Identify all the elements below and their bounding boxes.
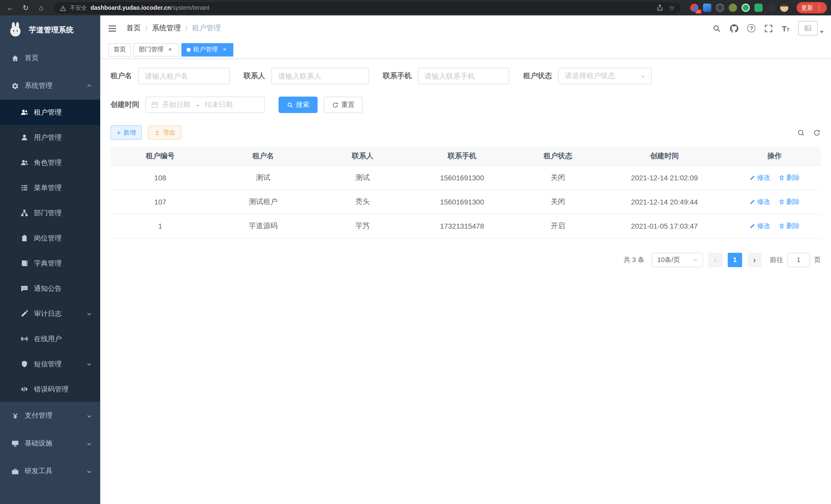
github-icon[interactable] [730,24,739,33]
page-number-1[interactable]: 1 [728,253,742,267]
extension-icon-7[interactable] [767,4,775,12]
extension-icon-6[interactable] [754,4,763,12]
extension-icon-4[interactable] [729,4,737,12]
sidebar-item-label: 角色管理 [34,158,62,167]
delete-link[interactable]: 删除 [779,173,800,182]
delete-link[interactable]: 删除 [779,197,800,206]
security-warning-icon[interactable] [60,4,66,11]
sidebar-item-role[interactable]: 角色管理 [0,150,100,175]
export-button[interactable]: 导出 [148,125,181,140]
breadcrumb-system[interactable]: 系统管理 [152,24,181,33]
extension-icon-1[interactable]: 10 [690,4,698,12]
phone-input[interactable] [418,72,509,80]
sidebar-item-payment[interactable]: ¥ 支付管理 [0,402,100,429]
app-logo[interactable]: 芋道管理系统 [0,16,100,44]
url-path: /system/tenant [171,5,209,11]
delete-link[interactable]: 删除 [779,221,800,230]
total-count: 共 3 条 [624,255,644,264]
reset-button[interactable]: 重置 [324,97,363,113]
chrome-update-button[interactable]: 更新 ⋮ [797,2,827,13]
table-row: 107 测试租户 秃头 15601691300 关闭 2021-12-14 20… [111,189,821,214]
extension-icon-2[interactable] [703,4,711,12]
sidebar-item-home[interactable]: 首页 [0,44,100,72]
search-button[interactable]: 搜索 [279,97,318,113]
cell-contact: 秃头 [317,189,409,214]
edit-link[interactable]: 修改 [749,197,770,206]
sidebar-item-system[interactable]: 系统管理 [0,72,100,100]
profile-avatar-icon[interactable] [780,4,789,12]
extension-icon-3[interactable] [716,4,724,12]
menu-dots-icon[interactable]: ⋮ [816,4,822,11]
sidebar-item-post[interactable]: 岗位管理 [0,226,100,251]
person-icon [21,134,28,141]
address-bar[interactable]: 不安全 dashboard.yudao.iocoder.cn/system/te… [53,2,681,13]
security-label[interactable]: 不安全 [70,4,87,11]
status-label: 租户状态 [523,71,552,81]
hide-search-icon[interactable] [797,129,805,137]
help-icon[interactable]: ? [747,24,756,32]
cell-id: 1 [111,214,210,238]
sidebar-item-error-code[interactable]: 错误码管理 [0,377,100,402]
tab-home[interactable]: 首页 [109,43,131,56]
close-icon[interactable]: × [167,46,174,53]
cell-id: 108 [111,166,210,189]
edit-link[interactable]: 修改 [749,173,770,182]
font-size-icon[interactable]: TT [782,24,790,32]
extension-icon-5[interactable] [742,4,750,12]
sidebar-item-audit-log[interactable]: 审计日志 [0,301,100,326]
goto-page-input[interactable] [787,253,810,267]
sidebar-item-menu[interactable]: 菜单管理 [0,175,100,200]
sidebar-item-label: 部门管理 [34,208,62,217]
export-button-label: 导出 [163,128,175,137]
fullscreen-icon[interactable] [765,24,773,33]
chevron-down-icon [86,361,92,367]
sidebar-item-notice[interactable]: 通知公告 [0,276,100,301]
cell-created: 2021-01-05 17:03:47 [601,214,728,238]
next-page-button[interactable]: › [747,253,762,267]
reload-icon[interactable]: ↻ [20,2,32,14]
user-avatar[interactable] [798,21,824,35]
tags-view-bar: 首页 部门管理 × 租户管理 × [100,41,831,59]
cell-name: 芋道源码 [210,214,317,238]
close-icon[interactable]: × [221,46,228,53]
date-range-picker[interactable]: 开始日期 - 结束日期 [145,97,265,113]
tab-tenant[interactable]: 租户管理 × [181,43,233,56]
shield-icon [21,360,28,368]
sidebar-item-dev-tools[interactable]: 研发工具 [0,457,100,485]
status-select[interactable]: 请选择租户状态 [558,68,652,84]
breadcrumb-home[interactable]: 首页 [126,24,141,33]
reset-button-label: 重置 [341,100,354,110]
sidebar-item-sms[interactable]: 短信管理 [0,351,100,377]
cell-actions: 修改删除 [728,214,821,238]
search-icon[interactable] [713,24,721,33]
url-text[interactable]: dashboard.yudao.iocoder.cn/system/tenant [90,5,653,11]
sidebar-item-dict[interactable]: 字典管理 [0,251,100,276]
chevron-down-icon [640,73,646,79]
table-row: 108 测试 测试 15601691300 关闭 2021-12-14 21:0… [111,166,821,189]
add-button[interactable]: + 新增 [111,125,142,140]
chevron-down-icon [692,257,698,263]
badge-icon [21,234,28,242]
sidebar-item-user[interactable]: 用户管理 [0,125,100,150]
sidebar-item-tenant[interactable]: 租户管理 [0,100,100,125]
sidebar-collapse-icon[interactable] [107,23,117,33]
back-icon[interactable]: ← [4,2,17,14]
sidebar-item-infrastructure[interactable]: 基础设施 [0,429,100,457]
tab-dept[interactable]: 部门管理 × [134,43,179,56]
chevron-down-icon [86,441,92,446]
page-size-select[interactable]: 10条/页 [652,253,703,267]
edit-link[interactable]: 修改 [749,221,770,230]
contact-input[interactable] [272,72,369,80]
share-icon[interactable] [657,4,664,11]
add-button-label: 新增 [123,128,136,137]
delete-label: 删除 [786,221,800,230]
sidebar-item-dept[interactable]: 部门管理 [0,200,100,226]
sidebar-item-label: 首页 [25,53,38,63]
column-header: 租户状态 [515,147,601,166]
prev-page-button[interactable]: ‹ [708,253,722,267]
bookmark-star-icon[interactable]: ☆ [669,4,675,11]
refresh-icon[interactable] [813,129,821,137]
sidebar-item-online-users[interactable]: 在线用户 [0,326,100,351]
home-icon[interactable]: ⌂ [35,2,47,14]
tenant-name-input[interactable] [139,72,229,80]
